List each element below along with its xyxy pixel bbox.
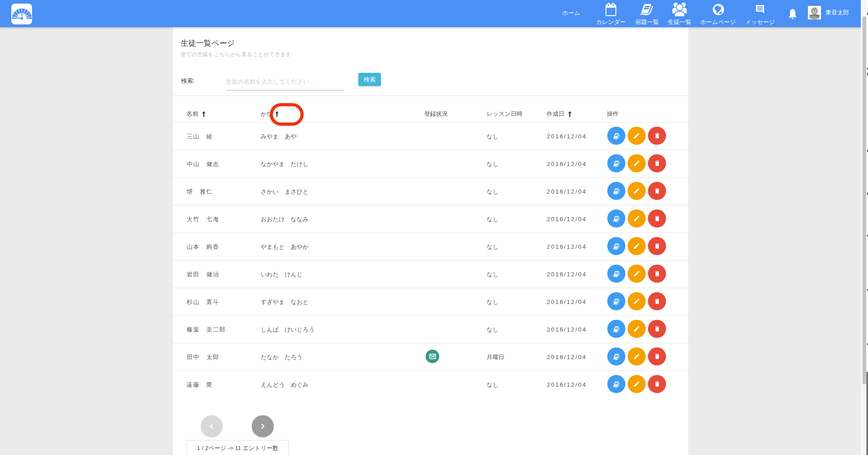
svg-text:No Image: No Image [809, 14, 820, 17]
